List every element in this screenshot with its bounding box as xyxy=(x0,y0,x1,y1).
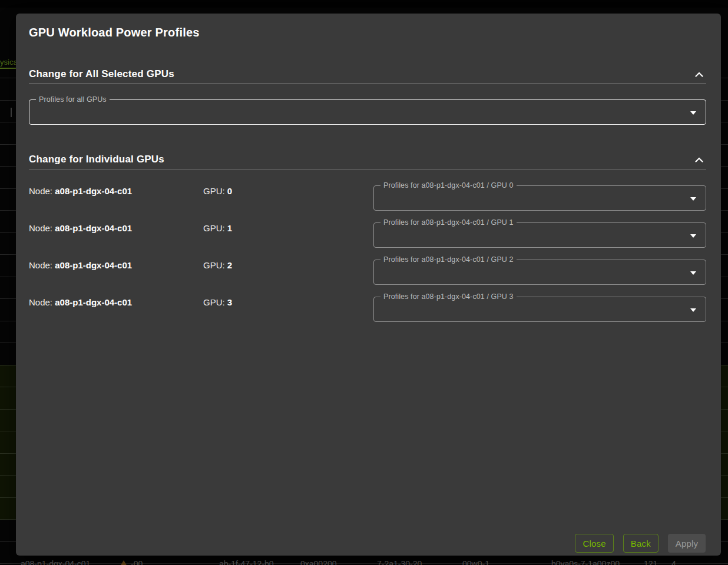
section-header-individual-gpus: Change for Individual GPUs xyxy=(29,153,706,166)
close-button[interactable]: Close xyxy=(575,534,613,553)
node-value: a08-p1-dgx-04-c01 xyxy=(55,186,132,196)
gpu-label: GPU: xyxy=(203,186,225,196)
profiles-gpu-1-select-label: Profiles for a08-p1-dgx-04-c01 / GPU 1 xyxy=(380,218,517,227)
caret-down-icon xyxy=(690,234,696,238)
profiles-gpu-0-select[interactable]: Profiles for a08-p1-dgx-04-c01 / GPU 0 xyxy=(373,185,706,211)
profiles-gpu-1-select[interactable]: Profiles for a08-p1-dgx-04-c01 / GPU 1 xyxy=(373,222,706,248)
node-value: a08-p1-dgx-04-c01 xyxy=(55,297,132,307)
section-title-individual-gpus: Change for Individual GPUs xyxy=(29,153,164,166)
gpu-row: Node: a08-p1-dgx-04-c01 GPU: 0 Profiles … xyxy=(29,185,706,211)
profiles-gpu-2-select-label: Profiles for a08-p1-dgx-04-c01 / GPU 2 xyxy=(380,255,517,264)
node-cell: Node: a08-p1-dgx-04-c01 xyxy=(29,185,132,197)
node-cell: Node: a08-p1-dgx-04-c01 xyxy=(29,297,132,308)
section-title-all-gpus: Change for All Selected GPUs xyxy=(29,68,174,81)
node-label: Node: xyxy=(29,223,52,233)
node-label: Node: xyxy=(29,260,52,270)
apply-button[interactable]: Apply xyxy=(668,534,706,553)
profiles-gpu-3-select-label: Profiles for a08-p1-dgx-04-c01 / GPU 3 xyxy=(380,293,517,301)
gpu-value: 3 xyxy=(227,297,232,307)
gpu-cell: GPU: 2 xyxy=(203,260,232,271)
caret-down-icon xyxy=(690,111,696,115)
gpu-label: GPU: xyxy=(203,260,225,270)
collapse-individual-gpus-button[interactable] xyxy=(692,152,706,167)
profiles-gpu-3-select[interactable]: Profiles for a08-p1-dgx-04-c01 / GPU 3 xyxy=(373,297,706,322)
node-label: Node: xyxy=(29,186,52,196)
dialog-title: GPU Workload Power Profiles xyxy=(29,25,200,40)
chevron-up-icon xyxy=(695,72,703,77)
profiles-all-gpus-select-label: Profiles for all GPUs xyxy=(36,95,110,104)
gpu-row: Node: a08-p1-dgx-04-c01 GPU: 3 Profiles … xyxy=(29,297,706,322)
profiles-gpu-0-select-label: Profiles for a08-p1-dgx-04-c01 / GPU 0 xyxy=(380,181,517,190)
caret-down-icon xyxy=(690,271,696,275)
section-divider xyxy=(29,169,706,170)
gpu-cell: GPU: 3 xyxy=(203,297,232,308)
caret-down-icon xyxy=(690,197,696,201)
gpu-label: GPU: xyxy=(203,297,225,307)
chevron-up-icon xyxy=(695,157,703,162)
gpu-cell: GPU: 0 xyxy=(203,185,232,197)
profiles-gpu-2-select[interactable]: Profiles for a08-p1-dgx-04-c01 / GPU 2 xyxy=(373,260,706,285)
gpu-value: 0 xyxy=(227,186,232,196)
gpu-row: Node: a08-p1-dgx-04-c01 GPU: 2 Profiles … xyxy=(29,260,706,285)
node-value: a08-p1-dgx-04-c01 xyxy=(55,223,132,233)
node-cell: Node: a08-p1-dgx-04-c01 xyxy=(29,222,132,234)
gpu-value: 1 xyxy=(227,223,232,233)
section-header-all-gpus: Change for All Selected GPUs xyxy=(29,68,706,81)
node-value: a08-p1-dgx-04-c01 xyxy=(55,260,132,270)
section-divider xyxy=(29,83,706,84)
collapse-all-gpus-button[interactable] xyxy=(692,67,706,81)
node-cell: Node: a08-p1-dgx-04-c01 xyxy=(29,260,132,271)
back-button[interactable]: Back xyxy=(623,534,658,553)
gpu-value: 2 xyxy=(227,260,232,270)
gpu-row: Node: a08-p1-dgx-04-c01 GPU: 1 Profiles … xyxy=(29,222,706,248)
caret-down-icon xyxy=(690,308,696,312)
gpu-workload-power-profiles-dialog: GPU Workload Power Profiles Change for A… xyxy=(16,14,721,556)
gpu-cell: GPU: 1 xyxy=(203,222,232,234)
dialog-footer: Close Back Apply xyxy=(575,534,706,553)
node-label: Node: xyxy=(29,297,52,307)
gpu-label: GPU: xyxy=(203,223,225,233)
profiles-all-gpus-select[interactable]: Profiles for all GPUs xyxy=(29,99,706,125)
